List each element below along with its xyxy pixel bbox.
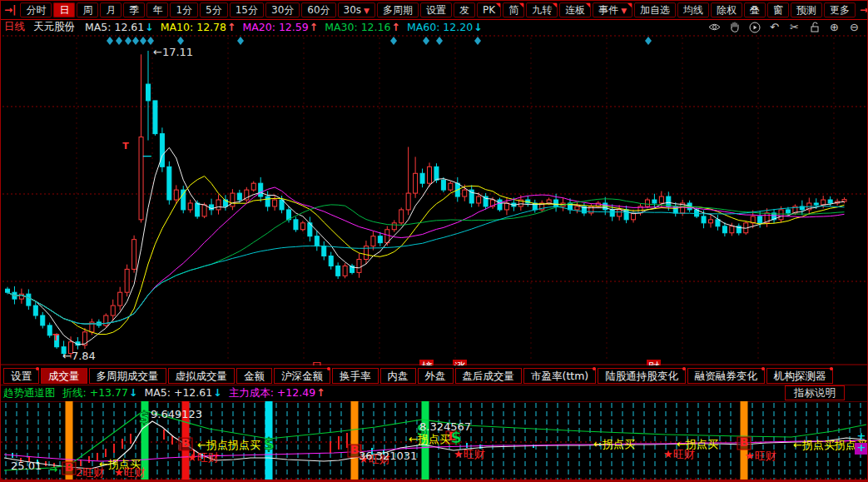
tab-成交量[interactable]: 成交量 — [41, 368, 87, 384]
svg-text:←17.11: ←17.11 — [153, 46, 193, 58]
toolbar-item-季[interactable]: 季 — [123, 2, 145, 17]
trend-channel-chart[interactable]: →BBBBB$$$$←拐点买←拐点拐点买←拐点买←拐点买←拐点买←拐点买拐点买2… — [1, 401, 868, 481]
tab-盘后成交量[interactable]: 盘后成交量 — [455, 368, 523, 384]
notification-dot — [682, 367, 686, 370]
toolbar-item-日[interactable]: 日 — [53, 2, 75, 17]
svg-text:B: B — [350, 443, 360, 456]
up-arrow-icon: ↑ — [391, 21, 399, 33]
toolbar-item-15分[interactable]: 15分 — [230, 2, 264, 17]
svg-text:★旺财: ★旺财 — [745, 450, 776, 462]
toolbar-item-周[interactable]: 周 — [77, 2, 98, 17]
notification-dot — [36, 367, 39, 370]
tab-陆股通持股变化[interactable]: 陆股通持股变化 — [598, 368, 686, 384]
toolbar-item-1分[interactable]: 1分 — [170, 2, 198, 17]
tab-外盘[interactable]: 外盘 — [418, 368, 454, 384]
period-toolbar: →| 分时日周月季年1分5分15分30分60分30s▼多周期设置 发PK简九转连… — [1, 1, 867, 20]
indicator-chart-svg: →BBBBB$$$$←拐点买←拐点拐点买←拐点买←拐点买←拐点买←拐点买拐点买2… — [1, 401, 868, 481]
toolbar-item-年[interactable]: 年 — [146, 2, 168, 17]
svg-text:B: B — [740, 435, 749, 449]
toolbar-item-叠[interactable]: 叠 — [744, 2, 766, 17]
period-label: 日线 — [4, 20, 25, 34]
notification-dot — [593, 367, 596, 370]
chevron-down-icon[interactable]: ▼ — [621, 7, 627, 15]
down-arrow-icon: ↓ — [145, 21, 153, 33]
toolbar-item-月[interactable]: 月 — [100, 2, 122, 17]
toolbar-item-事件[interactable]: 事件▼ — [593, 2, 632, 17]
svg-text:+: + — [857, 441, 866, 454]
notification-dot — [327, 367, 330, 370]
hand-icon[interactable] — [728, 21, 741, 33]
svg-text:★旺财: ★旺财 — [187, 451, 219, 464]
undo-icon[interactable]: ↶ — [768, 21, 781, 33]
svg-text:2旺财: 2旺财 — [76, 466, 104, 479]
svg-text:←拐点买: ←拐点买 — [409, 433, 450, 445]
toolbar-item-发[interactable]: 发 — [454, 2, 475, 17]
notification-dot — [830, 367, 833, 370]
svg-text:★旺财: ★旺财 — [663, 448, 695, 460]
toolbar-item-PK[interactable]: PK — [477, 2, 501, 17]
tool-buttons: 发PK简九转连板事件▼加自选均线除权叠窗预测更多 — [453, 4, 856, 17]
tab-沪深金额[interactable]: 沪深金额 — [274, 368, 330, 384]
scissors-icon[interactable]: ✂ — [788, 21, 801, 33]
down-arrow-icon: ↓ — [213, 386, 221, 399]
zoom-out-icon[interactable]: ⊖ — [848, 21, 861, 33]
indicator-title: 趋势通道图 — [3, 386, 56, 400]
indicator-help-button[interactable]: 指标说明 — [785, 385, 845, 400]
toolbar-item-30s[interactable]: 30s▼ — [338, 2, 375, 17]
up-arrow-icon: ↑ — [227, 21, 236, 33]
period-buttons: 分时日周月季年1分5分15分30分60分30s▼多周期设置 — [19, 4, 453, 17]
chevron-down-icon[interactable]: ▼ — [364, 7, 370, 15]
toolbar-item-多周期[interactable]: 多周期 — [377, 2, 419, 17]
app-window: →| 分时日周月季年1分5分15分30分60分30s▼多周期设置 发PK简九转连… — [0, 0, 868, 482]
svg-text:★旺财: ★旺财 — [454, 448, 485, 460]
svg-text:←7.84: ←7.84 — [62, 350, 96, 362]
svg-text:←拐点买: ←拐点买 — [593, 438, 635, 450]
svg-text:25.01: 25.01 — [11, 460, 42, 472]
svg-text:36.321031: 36.321031 — [359, 450, 417, 462]
toolbar-item-九转[interactable]: 九转 — [526, 2, 558, 17]
main-chart-svg: ←17.11←7.84T—T日榜涨财 — [1, 34, 868, 365]
svg-text:8.324567: 8.324567 — [419, 420, 471, 433]
ma-value: MA5: +12.61↓ — [144, 386, 225, 399]
svg-text:B: B — [181, 436, 191, 450]
toolbar-item-60分[interactable]: 60分 — [301, 2, 335, 17]
play-icon[interactable] — [748, 21, 761, 33]
toolbar-item-5分[interactable]: 5分 — [200, 2, 228, 17]
svg-text:→: → — [49, 464, 57, 475]
tab-融资融券变化[interactable]: 融资融券变化 — [687, 368, 765, 384]
tab-虚拟成交量[interactable]: 虚拟成交量 — [168, 368, 236, 384]
notification-dot — [761, 367, 765, 370]
toolbar-item-加自选[interactable]: 加自选 — [634, 2, 676, 17]
tab-换手率[interactable]: 换手率 — [332, 368, 379, 384]
toolbar-item-均线[interactable]: 均线 — [677, 2, 709, 17]
unlock-icon[interactable] — [808, 21, 821, 33]
toolbar-item-30分[interactable]: 30分 — [265, 2, 300, 17]
toolbar-item-连板[interactable]: 连板 — [559, 2, 591, 17]
up-arrow-icon: ↑ — [316, 386, 325, 399]
toolbar-item-设置[interactable]: 设置 — [420, 2, 452, 17]
toolbar-item-分时[interactable]: 分时 — [20, 2, 52, 17]
eye-icon[interactable] — [708, 21, 721, 33]
toolbar-item-除权[interactable]: 除权 — [711, 2, 742, 17]
candlestick-chart[interactable]: ←17.11←7.84T—T日榜涨财 — [1, 34, 868, 365]
zoom-in-icon[interactable]: ⊕ — [828, 21, 841, 33]
collapse-right-icon[interactable]: →| — [856, 4, 868, 16]
tab-内盘[interactable]: 内盘 — [380, 368, 416, 384]
tab-设置[interactable]: 设置 — [3, 368, 39, 384]
toolbar-item-窗[interactable]: 窗 — [767, 2, 789, 17]
toolbar-item-预测[interactable]: 预测 — [791, 2, 822, 17]
collapse-left-icon[interactable]: →| — [1, 4, 19, 16]
tab-金额[interactable]: 金额 — [236, 368, 272, 384]
tab-多周期成交量[interactable]: 多周期成交量 — [89, 368, 166, 384]
tab-市盈率(ttm)[interactable]: 市盈率(ttm) — [523, 368, 596, 384]
up-arrow-icon: ↑ — [310, 21, 318, 33]
tab-机构探测器[interactable]: 机构探测器 — [766, 368, 834, 384]
svg-text:9.649123: 9.649123 — [151, 408, 202, 420]
ma-value: MA20: 12.59↑ — [242, 21, 321, 33]
toolbar-item-简[interactable]: 简 — [503, 2, 524, 17]
toolbar-item-更多[interactable]: 更多 — [824, 2, 856, 17]
indicator-values: 折线: +13.77↓MA5: +12.61↓主力成本: +12.49↑ — [62, 386, 332, 400]
indicator-header: 趋势通道图 折线: +13.77↓MA5: +12.61↓主力成本: +12.4… — [1, 385, 868, 402]
svg-text:$: $ — [138, 408, 149, 426]
ma-value: MA30: 12.16↑ — [325, 21, 404, 33]
